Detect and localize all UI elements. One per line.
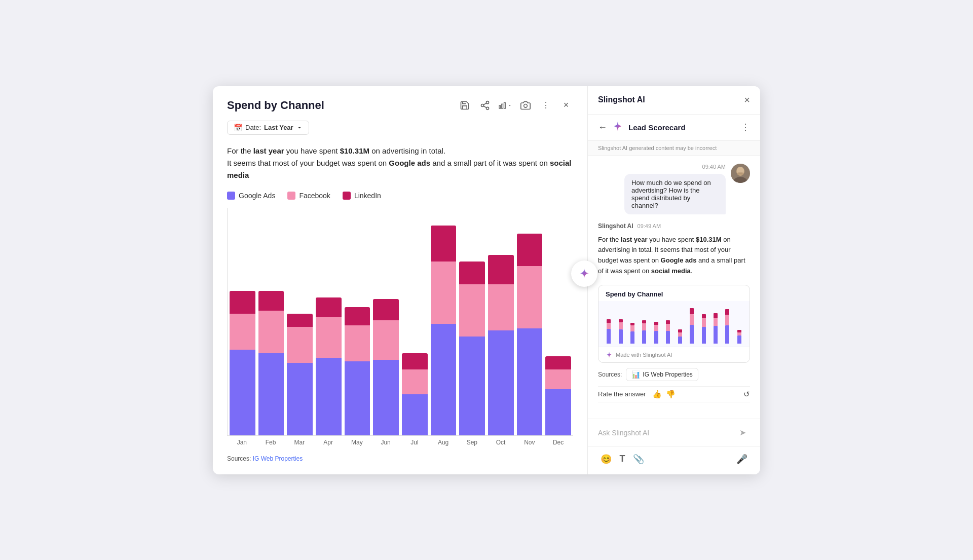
bar-facebook[interactable] (402, 369, 428, 394)
bar-group (517, 208, 543, 435)
attachment-icon[interactable]: 📎 (630, 451, 647, 467)
bar-linkedin[interactable] (230, 291, 255, 314)
sources-link[interactable]: IG Web Properties (253, 455, 303, 462)
bar-google[interactable] (517, 328, 543, 435)
chevron-down-icon (296, 125, 303, 131)
bar-facebook[interactable] (287, 327, 313, 363)
summary-text: For the last year you have spent $10.31M… (227, 145, 573, 181)
bar-facebook[interactable] (230, 314, 255, 350)
bar-group (287, 208, 313, 435)
ai-more-options[interactable]: ⋮ (741, 122, 750, 133)
bar-google[interactable] (316, 358, 342, 435)
x-label: Dec (545, 439, 571, 446)
bar-group (373, 208, 399, 435)
x-label: Sep (459, 439, 485, 446)
mini-bar-group (651, 304, 661, 344)
legend-label-linkedin: LinkedIn (354, 192, 381, 200)
bar-linkedin[interactable] (258, 291, 284, 311)
bar-group (488, 208, 514, 435)
svg-rect-5 (499, 105, 501, 108)
bar-facebook[interactable] (258, 311, 284, 353)
thumbs-up-icon[interactable]: 👍 (652, 390, 662, 399)
x-label: Oct (488, 439, 514, 446)
mini-bar-group (734, 304, 744, 344)
bar-google[interactable] (258, 353, 284, 435)
date-filter[interactable]: 📅 Date: Last Year (227, 121, 309, 135)
bar-linkedin[interactable] (373, 299, 399, 320)
bar-linkedin[interactable] (459, 262, 485, 284)
bar-google[interactable] (402, 394, 428, 435)
bar-google[interactable] (459, 337, 485, 435)
sources-row: Sources: 📊 IG Web Properties (598, 368, 750, 381)
x-label: Jul (402, 439, 428, 446)
save-icon[interactable] (458, 98, 472, 113)
bar-google[interactable] (230, 350, 255, 435)
refresh-icon[interactable]: ↺ (743, 390, 750, 399)
close-button[interactable]: × (559, 98, 573, 113)
rating-row: Rate the answer 👍 👎 ↺ (598, 386, 750, 402)
bar-facebook[interactable] (517, 266, 543, 328)
bar-linkedin[interactable] (345, 307, 370, 325)
ai-close-button[interactable]: × (744, 94, 750, 106)
bar-facebook[interactable] (373, 320, 399, 360)
mini-chart-card[interactable]: Spend by Channel (598, 285, 750, 363)
bar-facebook[interactable] (431, 262, 457, 324)
bar-facebook[interactable] (545, 369, 571, 389)
ai-input-field[interactable] (598, 429, 730, 437)
mini-bar-group (615, 304, 625, 344)
floating-ai-button[interactable]: ✦ (571, 260, 597, 287)
bar-google[interactable] (488, 330, 514, 435)
bar-google[interactable] (373, 360, 399, 435)
legend-label-google: Google Ads (239, 192, 275, 200)
bar-linkedin[interactable] (402, 353, 428, 369)
bar-linkedin[interactable] (517, 234, 543, 267)
send-button[interactable]: ➤ (735, 425, 750, 440)
bar-google[interactable] (345, 361, 370, 435)
mini-bar-group (604, 304, 614, 344)
mini-chart-footer: Made with Slinghsot AI (598, 347, 750, 362)
bar-linkedin[interactable] (488, 255, 514, 284)
bar-linkedin[interactable] (316, 297, 342, 317)
mini-sparkle-icon (606, 351, 613, 358)
bar-facebook[interactable] (459, 284, 485, 337)
chart-type-icon[interactable] (498, 98, 512, 113)
text-format-icon[interactable]: T (614, 451, 630, 467)
bar-google[interactable] (545, 389, 571, 435)
microphone-icon[interactable]: 🎤 (734, 451, 750, 467)
bar-group (459, 208, 485, 435)
chart-title: Spend by Channel (227, 99, 324, 112)
bars-container (227, 208, 573, 436)
svg-rect-7 (504, 102, 506, 108)
sparkle-icon: ✦ (579, 267, 589, 281)
bar-linkedin[interactable] (287, 314, 313, 327)
sources-badge[interactable]: 📊 IG Web Properties (626, 368, 698, 381)
bar-google[interactable] (431, 324, 457, 435)
bar-linkedin[interactable] (431, 226, 457, 262)
ai-disclaimer: Slingshot AI generated content may be in… (588, 141, 760, 156)
bar-facebook[interactable] (316, 317, 342, 358)
bar-facebook[interactable] (488, 284, 514, 330)
share-icon[interactable] (478, 98, 492, 113)
camera-icon[interactable] (518, 98, 533, 113)
bar-group (258, 208, 284, 435)
date-label: Date: (245, 124, 261, 131)
more-options-icon[interactable]: ⋮ (539, 98, 553, 113)
x-label: Nov (517, 439, 543, 446)
chart-actions: ⋮ × (458, 98, 573, 113)
chart-header: Spend by Channel ⋮ × (227, 98, 573, 113)
sources-badge-text: IG Web Properties (643, 371, 692, 378)
svg-point-0 (486, 101, 489, 103)
mini-bar-group (663, 304, 673, 344)
bar-linkedin[interactable] (545, 356, 571, 369)
user-avatar (731, 164, 750, 183)
bar-facebook[interactable] (345, 325, 370, 361)
emoji-icon[interactable]: 😊 (598, 451, 614, 467)
bar-google[interactable] (287, 363, 313, 435)
filter-bar: 📅 Date: Last Year (227, 121, 573, 135)
thumbs-down-icon[interactable]: 👎 (666, 390, 676, 399)
rating-label: Rate the answer (598, 390, 646, 398)
legend-dot-facebook (287, 192, 295, 200)
legend-google-ads: Google Ads (227, 192, 275, 200)
back-button[interactable]: ← (598, 122, 607, 133)
chart-area: JanFebMarAprMayJunJulAugSepOctNovDec (227, 208, 573, 451)
